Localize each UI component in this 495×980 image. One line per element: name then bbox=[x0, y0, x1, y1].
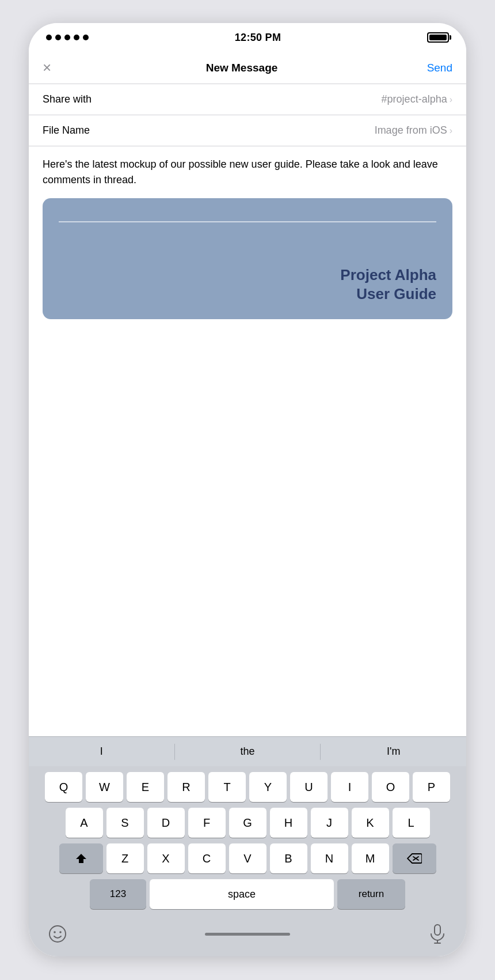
signal-dot bbox=[55, 35, 61, 40]
send-button[interactable]: Send bbox=[418, 62, 452, 74]
key-f[interactable]: F bbox=[188, 808, 226, 838]
predictive-word-i[interactable]: I bbox=[29, 737, 174, 766]
svg-point-4 bbox=[59, 931, 62, 933]
svg-point-3 bbox=[54, 931, 56, 933]
keyboard-row-1: Q W E R T Y U I O P bbox=[32, 772, 463, 802]
signal-dot bbox=[64, 35, 70, 40]
key-n[interactable]: N bbox=[311, 843, 348, 873]
form-fields: Share with #project-alpha › File Name Im… bbox=[29, 84, 466, 146]
predictive-bar: I the I'm bbox=[29, 736, 466, 766]
key-y[interactable]: Y bbox=[249, 772, 287, 802]
status-time: 12:50 PM bbox=[235, 32, 281, 44]
key-h[interactable]: H bbox=[270, 808, 307, 838]
share-with-label: Share with bbox=[43, 93, 92, 105]
delete-key[interactable] bbox=[393, 843, 436, 873]
key-g[interactable]: G bbox=[229, 808, 266, 838]
file-name-text: Image from iOS bbox=[375, 124, 447, 137]
message-body: Here's the latest mockup of our possible… bbox=[29, 146, 466, 198]
key-j[interactable]: J bbox=[311, 808, 348, 838]
key-x[interactable]: X bbox=[147, 843, 185, 873]
keyboard-row-4: 123 space return bbox=[32, 879, 463, 909]
key-b[interactable]: B bbox=[270, 843, 307, 873]
share-with-text: #project-alpha bbox=[382, 93, 447, 105]
key-p[interactable]: P bbox=[413, 772, 450, 802]
home-indicator bbox=[69, 933, 426, 936]
key-a[interactable]: A bbox=[66, 808, 103, 838]
key-u[interactable]: U bbox=[290, 772, 328, 802]
predictive-word-the[interactable]: the bbox=[175, 737, 321, 766]
keyboard-bottom bbox=[29, 917, 466, 956]
share-with-value: #project-alpha › bbox=[382, 93, 452, 105]
signal-dots bbox=[46, 35, 89, 40]
chevron-right-icon: › bbox=[450, 126, 452, 136]
svg-rect-5 bbox=[435, 925, 440, 935]
keyboard: Q W E R T Y U I O P A S D F G H J K L bbox=[29, 766, 466, 917]
message-space bbox=[29, 331, 466, 736]
attachment-card[interactable]: Project AlphaUser Guide bbox=[43, 198, 452, 319]
key-c[interactable]: C bbox=[188, 843, 226, 873]
signal-dot bbox=[83, 35, 89, 40]
nav-bar: × New Message Send bbox=[29, 52, 466, 84]
file-name-label: File Name bbox=[43, 124, 90, 137]
file-name-row[interactable]: File Name Image from iOS › bbox=[29, 115, 466, 146]
keyboard-row-3: Z X C V B N M bbox=[32, 843, 463, 873]
key-k[interactable]: K bbox=[352, 808, 389, 838]
status-bar: 12:50 PM bbox=[29, 23, 466, 52]
numbers-key[interactable]: 123 bbox=[90, 879, 146, 909]
nav-title: New Message bbox=[206, 62, 278, 74]
key-w[interactable]: W bbox=[86, 772, 123, 802]
key-q[interactable]: Q bbox=[45, 772, 82, 802]
share-with-row[interactable]: Share with #project-alpha › bbox=[29, 84, 466, 115]
battery-icon bbox=[427, 32, 449, 43]
key-z[interactable]: Z bbox=[106, 843, 144, 873]
key-m[interactable]: M bbox=[352, 843, 389, 873]
key-e[interactable]: E bbox=[127, 772, 164, 802]
message-text: Here's the latest mockup of our possible… bbox=[43, 158, 438, 186]
svg-point-2 bbox=[50, 926, 66, 942]
key-o[interactable]: O bbox=[372, 772, 409, 802]
microphone-icon[interactable] bbox=[426, 922, 449, 945]
attachment-title: Project AlphaUser Guide bbox=[340, 266, 436, 303]
space-key[interactable]: space bbox=[150, 879, 334, 909]
predictive-word-im[interactable]: I'm bbox=[321, 737, 466, 766]
key-r[interactable]: R bbox=[167, 772, 205, 802]
keyboard-row-2: A S D F G H J K L bbox=[32, 808, 463, 838]
shift-key[interactable] bbox=[59, 843, 103, 873]
emoji-icon[interactable] bbox=[46, 922, 69, 945]
key-d[interactable]: D bbox=[147, 808, 185, 838]
chevron-right-icon: › bbox=[450, 94, 452, 105]
key-l[interactable]: L bbox=[393, 808, 430, 838]
return-key[interactable]: return bbox=[337, 879, 405, 909]
battery-fill bbox=[429, 35, 447, 40]
key-t[interactable]: T bbox=[208, 772, 246, 802]
key-v[interactable]: V bbox=[229, 843, 266, 873]
key-s[interactable]: S bbox=[106, 808, 144, 838]
home-bar bbox=[205, 933, 290, 936]
signal-dot bbox=[74, 35, 79, 40]
attachment-divider-line bbox=[59, 221, 436, 222]
attachment-area: Project AlphaUser Guide bbox=[29, 198, 466, 331]
signal-dot bbox=[46, 35, 52, 40]
file-name-value: Image from iOS › bbox=[375, 124, 452, 137]
key-i[interactable]: I bbox=[331, 772, 368, 802]
close-button[interactable]: × bbox=[43, 59, 66, 77]
phone-frame: 12:50 PM × New Message Send Share with #… bbox=[29, 23, 466, 956]
